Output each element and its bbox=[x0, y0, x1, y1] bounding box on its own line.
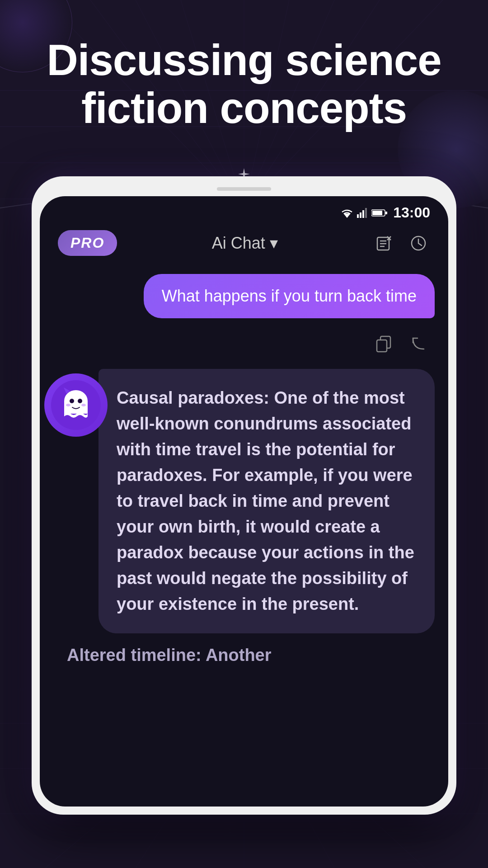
svg-rect-25 bbox=[362, 210, 364, 218]
ghost-icon bbox=[51, 380, 101, 430]
status-bar: 13:00 bbox=[40, 196, 448, 226]
ai-response-continued: Altered timeline: Another bbox=[53, 633, 435, 668]
svg-point-42 bbox=[70, 399, 74, 403]
app-title-text: Ai Chat bbox=[212, 234, 265, 253]
svg-rect-24 bbox=[360, 212, 361, 218]
svg-rect-26 bbox=[365, 208, 367, 218]
phone-screen: 13:00 PRO Ai Chat ▾ bbox=[40, 196, 448, 807]
status-icons bbox=[341, 208, 388, 218]
pro-badge[interactable]: PRO bbox=[58, 230, 117, 256]
copy-message-icon[interactable] bbox=[372, 332, 396, 355]
signal-icon bbox=[357, 208, 368, 218]
chat-area: What happens if you turn back time bbox=[40, 265, 448, 682]
svg-rect-28 bbox=[385, 212, 387, 214]
ai-response-text: Causal paradoxes: One of the most well-k… bbox=[117, 385, 417, 617]
svg-point-44 bbox=[66, 404, 70, 406]
hero-title: Discussing science fiction concepts bbox=[27, 36, 461, 132]
message-actions bbox=[53, 332, 435, 355]
wifi-icon bbox=[341, 208, 353, 218]
ai-response-container: Causal paradoxes: One of the most well-k… bbox=[53, 369, 435, 633]
status-time: 13:00 bbox=[393, 204, 430, 221]
svg-rect-38 bbox=[377, 340, 387, 352]
ai-bubble: Causal paradoxes: One of the most well-k… bbox=[99, 369, 435, 633]
app-title-dropdown[interactable]: Ai Chat ▾ bbox=[212, 234, 278, 253]
svg-rect-41 bbox=[64, 401, 88, 414]
svg-point-43 bbox=[78, 399, 82, 403]
ai-avatar-container bbox=[44, 373, 108, 437]
app-header: PRO Ai Chat ▾ bbox=[40, 226, 448, 265]
svg-marker-22 bbox=[343, 213, 351, 218]
user-message-row: What happens if you turn back time bbox=[53, 274, 435, 318]
battery-icon bbox=[371, 209, 388, 217]
phone-frame: 13:00 PRO Ai Chat ▾ bbox=[32, 176, 456, 815]
clear-chat-icon[interactable] bbox=[372, 231, 396, 255]
user-message-text: What happens if you turn back time bbox=[162, 287, 417, 306]
user-bubble: What happens if you turn back time bbox=[144, 274, 435, 318]
svg-rect-23 bbox=[357, 214, 359, 218]
chevron-down-icon: ▾ bbox=[270, 234, 278, 253]
svg-point-45 bbox=[81, 404, 86, 406]
ai-response-more-text: Altered timeline: Another bbox=[67, 642, 421, 668]
history-icon[interactable] bbox=[407, 231, 430, 255]
hero-title-section: Discussing science fiction concepts bbox=[0, 36, 488, 132]
svg-rect-29 bbox=[372, 211, 382, 215]
ai-avatar bbox=[44, 373, 108, 437]
header-action-icons bbox=[372, 231, 430, 255]
phone-mockup: 13:00 PRO Ai Chat ▾ bbox=[32, 176, 456, 815]
undo-message-icon[interactable] bbox=[407, 332, 430, 355]
